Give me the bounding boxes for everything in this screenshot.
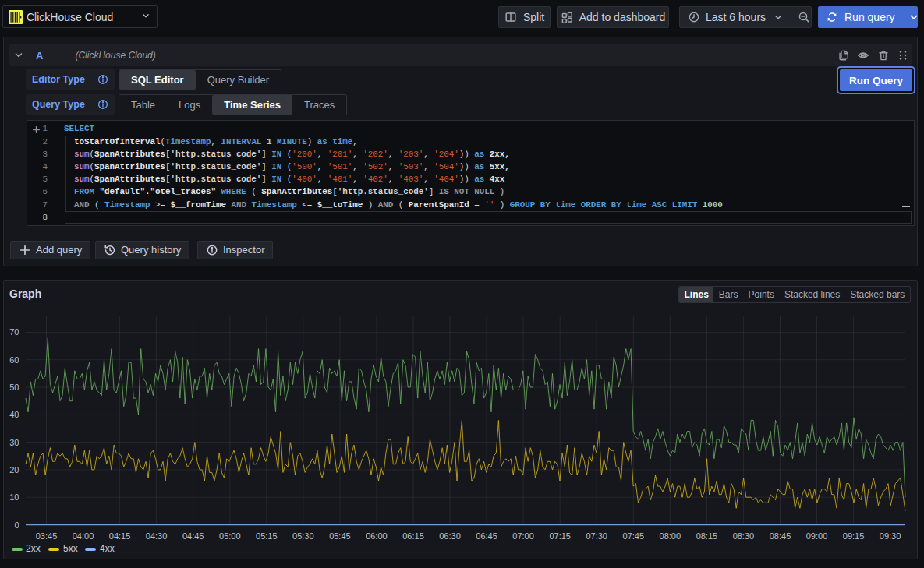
svg-text:04:30: 04:30	[146, 531, 168, 541]
svg-text:06:00: 06:00	[366, 531, 388, 541]
svg-text:06:15: 06:15	[402, 531, 424, 541]
svg-text:07:15: 07:15	[549, 531, 571, 541]
svg-text:50: 50	[9, 383, 19, 392]
svg-text:30: 30	[9, 438, 19, 447]
svg-text:08:45: 08:45	[770, 531, 791, 541]
svg-text:40: 40	[9, 410, 19, 419]
svg-text:0: 0	[14, 520, 19, 530]
svg-text:09:00: 09:00	[806, 531, 828, 541]
svg-text:09:30: 09:30	[880, 531, 901, 541]
svg-text:07:00: 07:00	[512, 531, 534, 541]
svg-text:04:45: 04:45	[182, 531, 204, 541]
svg-text:05:15: 05:15	[256, 531, 278, 541]
svg-text:07:30: 07:30	[586, 531, 607, 541]
svg-text:09:15: 09:15	[843, 531, 865, 541]
svg-text:05:00: 05:00	[219, 531, 241, 541]
svg-text:70: 70	[9, 327, 19, 337]
svg-text:05:45: 05:45	[329, 531, 351, 541]
svg-text:60: 60	[9, 355, 19, 365]
svg-text:08:15: 08:15	[696, 531, 718, 541]
svg-text:04:15: 04:15	[109, 531, 131, 541]
svg-text:06:30: 06:30	[439, 531, 461, 541]
svg-text:10: 10	[9, 492, 19, 502]
svg-text:05:30: 05:30	[292, 531, 314, 541]
svg-text:06:45: 06:45	[476, 531, 497, 541]
svg-text:07:45: 07:45	[623, 531, 645, 541]
svg-text:08:30: 08:30	[733, 531, 755, 541]
svg-text:03:45: 03:45	[36, 531, 58, 541]
svg-text:20: 20	[9, 465, 19, 475]
svg-text:04:00: 04:00	[73, 531, 94, 541]
svg-text:08:00: 08:00	[660, 531, 681, 541]
